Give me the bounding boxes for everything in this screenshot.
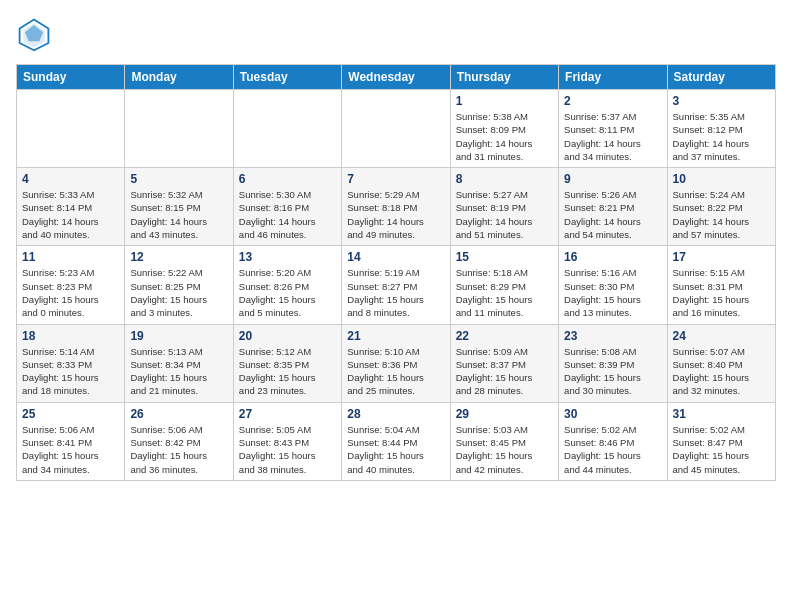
day-number: 31 <box>673 407 770 421</box>
page-header <box>16 16 776 52</box>
day-number: 4 <box>22 172 119 186</box>
day-number: 22 <box>456 329 553 343</box>
day-info: Sunrise: 5:03 AM Sunset: 8:45 PM Dayligh… <box>456 423 553 476</box>
day-number: 15 <box>456 250 553 264</box>
day-cell: 30Sunrise: 5:02 AM Sunset: 8:46 PM Dayli… <box>559 402 667 480</box>
day-number: 26 <box>130 407 227 421</box>
day-info: Sunrise: 5:09 AM Sunset: 8:37 PM Dayligh… <box>456 345 553 398</box>
day-cell: 4Sunrise: 5:33 AM Sunset: 8:14 PM Daylig… <box>17 168 125 246</box>
day-info: Sunrise: 5:33 AM Sunset: 8:14 PM Dayligh… <box>22 188 119 241</box>
day-cell <box>233 90 341 168</box>
day-number: 24 <box>673 329 770 343</box>
day-number: 2 <box>564 94 661 108</box>
day-cell: 15Sunrise: 5:18 AM Sunset: 8:29 PM Dayli… <box>450 246 558 324</box>
day-cell: 31Sunrise: 5:02 AM Sunset: 8:47 PM Dayli… <box>667 402 775 480</box>
header-day-wednesday: Wednesday <box>342 65 450 90</box>
day-number: 25 <box>22 407 119 421</box>
day-cell: 6Sunrise: 5:30 AM Sunset: 8:16 PM Daylig… <box>233 168 341 246</box>
day-number: 13 <box>239 250 336 264</box>
header-row: SundayMondayTuesdayWednesdayThursdayFrid… <box>17 65 776 90</box>
week-row-4: 18Sunrise: 5:14 AM Sunset: 8:33 PM Dayli… <box>17 324 776 402</box>
header-day-saturday: Saturday <box>667 65 775 90</box>
day-info: Sunrise: 5:24 AM Sunset: 8:22 PM Dayligh… <box>673 188 770 241</box>
day-cell: 29Sunrise: 5:03 AM Sunset: 8:45 PM Dayli… <box>450 402 558 480</box>
header-day-friday: Friday <box>559 65 667 90</box>
day-info: Sunrise: 5:04 AM Sunset: 8:44 PM Dayligh… <box>347 423 444 476</box>
day-info: Sunrise: 5:12 AM Sunset: 8:35 PM Dayligh… <box>239 345 336 398</box>
day-number: 9 <box>564 172 661 186</box>
day-number: 23 <box>564 329 661 343</box>
day-info: Sunrise: 5:29 AM Sunset: 8:18 PM Dayligh… <box>347 188 444 241</box>
day-info: Sunrise: 5:19 AM Sunset: 8:27 PM Dayligh… <box>347 266 444 319</box>
day-cell: 22Sunrise: 5:09 AM Sunset: 8:37 PM Dayli… <box>450 324 558 402</box>
day-info: Sunrise: 5:30 AM Sunset: 8:16 PM Dayligh… <box>239 188 336 241</box>
week-row-1: 1Sunrise: 5:38 AM Sunset: 8:09 PM Daylig… <box>17 90 776 168</box>
logo <box>16 16 56 52</box>
day-cell: 13Sunrise: 5:20 AM Sunset: 8:26 PM Dayli… <box>233 246 341 324</box>
day-info: Sunrise: 5:37 AM Sunset: 8:11 PM Dayligh… <box>564 110 661 163</box>
day-info: Sunrise: 5:13 AM Sunset: 8:34 PM Dayligh… <box>130 345 227 398</box>
day-cell: 3Sunrise: 5:35 AM Sunset: 8:12 PM Daylig… <box>667 90 775 168</box>
logo-icon <box>16 16 52 52</box>
day-cell: 19Sunrise: 5:13 AM Sunset: 8:34 PM Dayli… <box>125 324 233 402</box>
day-cell: 11Sunrise: 5:23 AM Sunset: 8:23 PM Dayli… <box>17 246 125 324</box>
day-number: 16 <box>564 250 661 264</box>
day-cell: 27Sunrise: 5:05 AM Sunset: 8:43 PM Dayli… <box>233 402 341 480</box>
day-info: Sunrise: 5:18 AM Sunset: 8:29 PM Dayligh… <box>456 266 553 319</box>
header-day-monday: Monday <box>125 65 233 90</box>
day-number: 6 <box>239 172 336 186</box>
day-number: 19 <box>130 329 227 343</box>
day-cell: 23Sunrise: 5:08 AM Sunset: 8:39 PM Dayli… <box>559 324 667 402</box>
day-cell: 9Sunrise: 5:26 AM Sunset: 8:21 PM Daylig… <box>559 168 667 246</box>
day-number: 17 <box>673 250 770 264</box>
day-info: Sunrise: 5:14 AM Sunset: 8:33 PM Dayligh… <box>22 345 119 398</box>
day-cell: 17Sunrise: 5:15 AM Sunset: 8:31 PM Dayli… <box>667 246 775 324</box>
day-info: Sunrise: 5:10 AM Sunset: 8:36 PM Dayligh… <box>347 345 444 398</box>
header-day-tuesday: Tuesday <box>233 65 341 90</box>
day-info: Sunrise: 5:20 AM Sunset: 8:26 PM Dayligh… <box>239 266 336 319</box>
day-cell: 1Sunrise: 5:38 AM Sunset: 8:09 PM Daylig… <box>450 90 558 168</box>
day-cell <box>342 90 450 168</box>
day-cell: 21Sunrise: 5:10 AM Sunset: 8:36 PM Dayli… <box>342 324 450 402</box>
week-row-3: 11Sunrise: 5:23 AM Sunset: 8:23 PM Dayli… <box>17 246 776 324</box>
week-row-2: 4Sunrise: 5:33 AM Sunset: 8:14 PM Daylig… <box>17 168 776 246</box>
header-day-sunday: Sunday <box>17 65 125 90</box>
day-cell: 10Sunrise: 5:24 AM Sunset: 8:22 PM Dayli… <box>667 168 775 246</box>
day-cell: 16Sunrise: 5:16 AM Sunset: 8:30 PM Dayli… <box>559 246 667 324</box>
day-cell: 7Sunrise: 5:29 AM Sunset: 8:18 PM Daylig… <box>342 168 450 246</box>
day-number: 28 <box>347 407 444 421</box>
day-number: 5 <box>130 172 227 186</box>
day-number: 29 <box>456 407 553 421</box>
day-info: Sunrise: 5:06 AM Sunset: 8:42 PM Dayligh… <box>130 423 227 476</box>
day-cell: 20Sunrise: 5:12 AM Sunset: 8:35 PM Dayli… <box>233 324 341 402</box>
day-number: 12 <box>130 250 227 264</box>
day-info: Sunrise: 5:02 AM Sunset: 8:47 PM Dayligh… <box>673 423 770 476</box>
calendar-table: SundayMondayTuesdayWednesdayThursdayFrid… <box>16 64 776 481</box>
day-number: 11 <box>22 250 119 264</box>
day-cell: 2Sunrise: 5:37 AM Sunset: 8:11 PM Daylig… <box>559 90 667 168</box>
day-number: 20 <box>239 329 336 343</box>
day-info: Sunrise: 5:22 AM Sunset: 8:25 PM Dayligh… <box>130 266 227 319</box>
day-number: 30 <box>564 407 661 421</box>
day-cell: 25Sunrise: 5:06 AM Sunset: 8:41 PM Dayli… <box>17 402 125 480</box>
day-number: 8 <box>456 172 553 186</box>
day-info: Sunrise: 5:35 AM Sunset: 8:12 PM Dayligh… <box>673 110 770 163</box>
day-cell <box>17 90 125 168</box>
day-info: Sunrise: 5:15 AM Sunset: 8:31 PM Dayligh… <box>673 266 770 319</box>
day-info: Sunrise: 5:02 AM Sunset: 8:46 PM Dayligh… <box>564 423 661 476</box>
day-info: Sunrise: 5:23 AM Sunset: 8:23 PM Dayligh… <box>22 266 119 319</box>
day-number: 10 <box>673 172 770 186</box>
day-info: Sunrise: 5:32 AM Sunset: 8:15 PM Dayligh… <box>130 188 227 241</box>
day-cell: 28Sunrise: 5:04 AM Sunset: 8:44 PM Dayli… <box>342 402 450 480</box>
day-number: 3 <box>673 94 770 108</box>
day-number: 1 <box>456 94 553 108</box>
calendar-body: 1Sunrise: 5:38 AM Sunset: 8:09 PM Daylig… <box>17 90 776 481</box>
calendar-header: SundayMondayTuesdayWednesdayThursdayFrid… <box>17 65 776 90</box>
day-info: Sunrise: 5:05 AM Sunset: 8:43 PM Dayligh… <box>239 423 336 476</box>
day-number: 7 <box>347 172 444 186</box>
week-row-5: 25Sunrise: 5:06 AM Sunset: 8:41 PM Dayli… <box>17 402 776 480</box>
day-number: 18 <box>22 329 119 343</box>
day-cell <box>125 90 233 168</box>
day-cell: 26Sunrise: 5:06 AM Sunset: 8:42 PM Dayli… <box>125 402 233 480</box>
day-info: Sunrise: 5:38 AM Sunset: 8:09 PM Dayligh… <box>456 110 553 163</box>
